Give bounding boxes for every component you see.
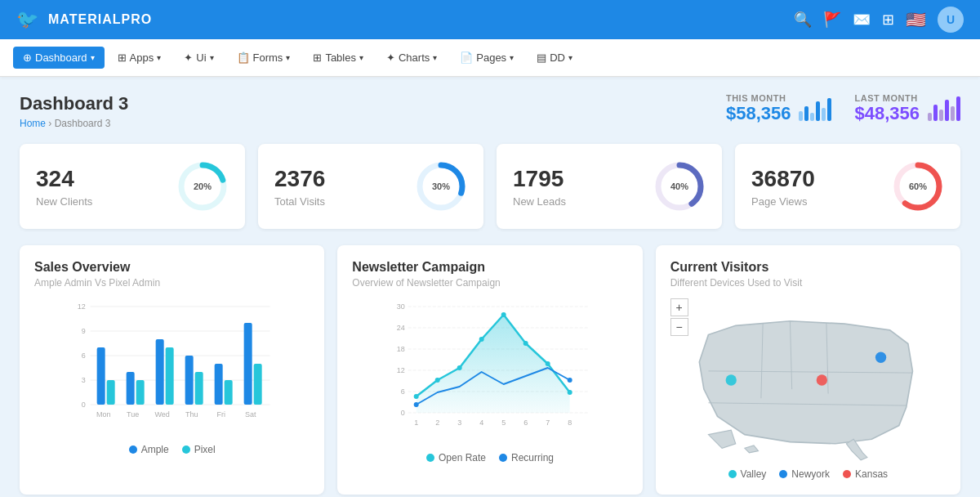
svg-text:6: 6 — [82, 351, 86, 360]
breadcrumb-home[interactable]: Home — [20, 118, 46, 129]
svg-text:1: 1 — [414, 419, 418, 427]
logo-icon: 🐦 — [16, 9, 38, 30]
search-icon[interactable]: 🔍 — [794, 11, 812, 29]
legend-open-rate: Open Rate — [426, 452, 486, 463]
newsletter-card: Newsletter Campaign Overview of Newslett… — [337, 245, 642, 495]
ample-label: Ample — [141, 444, 169, 455]
svg-point-59 — [457, 365, 462, 370]
new-leads-donut: 40% — [653, 160, 706, 213]
svg-point-57 — [414, 394, 419, 399]
svg-rect-22 — [156, 339, 164, 405]
nav-tables[interactable]: ⊞ Tables ▾ — [303, 47, 373, 69]
breadcrumb: Home › Dashboard 3 — [20, 118, 128, 129]
us-flag-icon[interactable]: 🇺🇸 — [906, 10, 926, 29]
this-month-label: THIS MONTH — [726, 93, 791, 103]
svg-text:Wed: Wed — [154, 410, 169, 419]
top-nav-right: 🔍 🚩 ✉️ ⊞ 🇺🇸 U — [794, 7, 964, 33]
sales-subtitle: Ample Admin Vs Pixel Admin — [34, 277, 310, 289]
legend-recurring: Recurring — [499, 452, 554, 463]
svg-rect-19 — [107, 380, 115, 405]
valley-label: Valley — [741, 468, 767, 480]
new-leads-label: New Leads — [513, 195, 566, 208]
svg-point-64 — [568, 390, 572, 395]
chevron-down-icon: ▾ — [510, 53, 514, 62]
sales-bar-chart: 0 3 6 9 12 — [34, 298, 310, 437]
total-visits-percent: 30% — [432, 181, 450, 191]
nav-charts[interactable]: ✦ Charts ▾ — [376, 47, 447, 69]
total-visits-label: Total Visits — [274, 195, 325, 208]
nav-ui[interactable]: ✦ Ui ▾ — [174, 47, 223, 69]
page-title: Dashboard 3 — [20, 93, 128, 114]
visitors-title: Current Visitors — [670, 260, 946, 275]
nav-apps[interactable]: ⊞ Apps ▾ — [108, 47, 172, 69]
open-rate-label: Open Rate — [439, 452, 486, 463]
chevron-down-icon: ▾ — [286, 53, 290, 62]
bottom-cards-grid: Sales Overview Ample Admin Vs Pixel Admi… — [20, 245, 960, 495]
svg-text:Thu: Thu — [185, 410, 198, 419]
top-navbar: 🐦 MATERIALPRO 🔍 🚩 ✉️ ⊞ 🇺🇸 U — [0, 0, 980, 39]
svg-text:30: 30 — [397, 302, 405, 311]
title-area: Dashboard 3 Home › Dashboard 3 — [20, 93, 128, 129]
new-leads-percent: 40% — [670, 181, 688, 191]
svg-rect-23 — [166, 347, 174, 405]
stat-card-page-views: 36870 Page Views 60% — [735, 144, 960, 229]
page-views-number: 36870 — [751, 166, 815, 192]
svg-text:5: 5 — [501, 419, 506, 427]
charts-icon: ✦ — [386, 51, 395, 64]
pixel-dot — [182, 446, 190, 454]
newsletter-line-chart: 0 6 12 18 24 30 1 2 3 4 5 6 7 8 — [352, 298, 627, 446]
nav-pages[interactable]: 📄 Pages ▾ — [450, 47, 523, 69]
kansas-dot — [843, 470, 851, 478]
tables-icon: ⊞ — [313, 51, 322, 64]
map-zoom-in[interactable]: + — [670, 298, 688, 316]
open-rate-dot — [426, 454, 434, 462]
svg-point-62 — [523, 341, 528, 346]
nav-dashboard[interactable]: ⊕ Dashboard ▾ — [13, 47, 105, 69]
new-clients-number: 324 — [36, 166, 92, 192]
user-avatar[interactable]: U — [938, 7, 964, 33]
map-container: + − — [670, 298, 946, 462]
grid-icon[interactable]: ⊞ — [882, 11, 894, 29]
svg-text:7: 7 — [546, 419, 550, 427]
page-views-label: Page Views — [751, 195, 815, 208]
sales-legend: Ample Pixel — [34, 444, 310, 455]
svg-rect-18 — [97, 347, 105, 405]
svg-text:18: 18 — [397, 345, 405, 353]
last-month-stat: LAST MONTH $48,356 — [854, 93, 960, 124]
newsletter-subtitle: Overview of Newsletter Campaign — [352, 277, 627, 289]
newsletter-title: Newsletter Campaign — [352, 260, 627, 275]
last-month-label: LAST MONTH — [854, 93, 920, 103]
avatar-initial: U — [947, 13, 955, 26]
chevron-down-icon: ▾ — [433, 53, 437, 62]
stat-card-new-leads: 1795 New Leads 40% — [497, 144, 722, 229]
flag-icon[interactable]: 🚩 — [823, 11, 841, 29]
svg-text:8: 8 — [568, 419, 572, 427]
map-zoom-out[interactable]: − — [670, 318, 688, 336]
ample-dot — [129, 446, 137, 454]
mail-icon[interactable]: ✉️ — [853, 11, 871, 29]
stat-card-total-visits: 2376 Total Visits 30% — [258, 144, 483, 229]
secondary-navbar: ⊕ Dashboard ▾ ⊞ Apps ▾ ✦ Ui ▾ 📋 Forms ▾ … — [0, 39, 980, 77]
svg-text:Fri: Fri — [216, 410, 225, 419]
svg-point-73 — [816, 374, 826, 385]
new-clients-percent: 20% — [194, 181, 212, 191]
last-month-value: $48,356 — [854, 103, 920, 124]
svg-rect-24 — [185, 356, 194, 405]
breadcrumb-current: Dashboard 3 — [55, 118, 111, 129]
svg-text:24: 24 — [397, 324, 405, 332]
pages-icon: 📄 — [460, 51, 473, 64]
svg-text:Tue: Tue — [127, 410, 139, 419]
svg-point-65 — [414, 402, 419, 407]
svg-rect-29 — [254, 364, 262, 405]
recurring-dot — [499, 454, 507, 462]
chevron-down-icon: ▾ — [91, 53, 95, 62]
chevron-down-icon: ▾ — [210, 53, 214, 62]
pixel-label: Pixel — [194, 444, 216, 455]
chevron-down-icon: ▾ — [568, 53, 572, 62]
svg-point-61 — [501, 312, 506, 317]
header-stats: THIS MONTH $58,356 LAST MONTH $48,356 — [726, 93, 960, 124]
nav-forms[interactable]: 📋 Forms ▾ — [227, 47, 301, 69]
svg-rect-25 — [195, 372, 203, 405]
ui-icon: ✦ — [184, 51, 193, 64]
nav-dd[interactable]: ▤ DD ▾ — [527, 47, 582, 69]
